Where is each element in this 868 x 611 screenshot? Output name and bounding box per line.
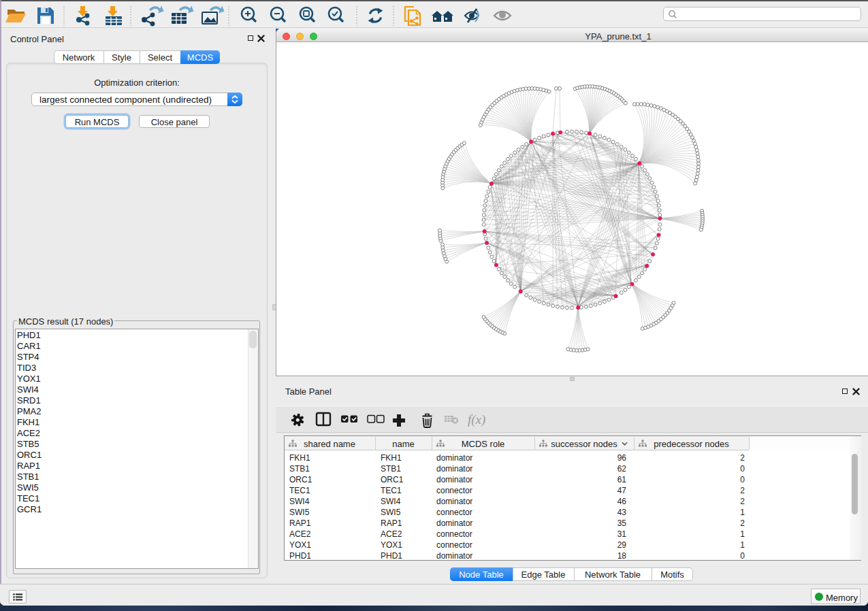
svg-text:f(x): f(x): [468, 412, 485, 427]
